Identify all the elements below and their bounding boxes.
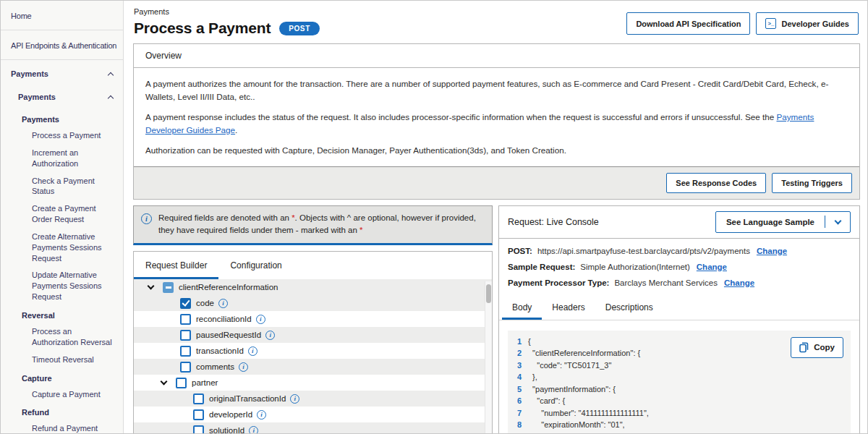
- terminal-icon: >_: [765, 18, 776, 29]
- sidebar-item-home[interactable]: Home: [1, 1, 123, 30]
- tree-field-label: pausedRequestId: [196, 331, 261, 339]
- overview-body: A payment authorizes the amount for the …: [134, 68, 859, 166]
- tree-row-comments[interactable]: commentsi: [134, 359, 492, 375]
- sidebar-item-process-an-authorization-reversal[interactable]: Process an Authorization Reversal: [1, 321, 123, 349]
- checkbox-solutionid[interactable]: [193, 425, 204, 433]
- tab-body[interactable]: Body: [502, 295, 542, 320]
- line-number: 1: [508, 336, 528, 348]
- testing-triggers-button[interactable]: Testing Triggers: [772, 173, 852, 193]
- code-text: "number": "4111111111111111",: [528, 407, 649, 420]
- line-number: 2: [508, 347, 528, 359]
- copy-icon: [799, 342, 809, 353]
- tree-field-label: partner: [192, 378, 218, 387]
- tree-row-reconciliationid[interactable]: reconciliationIdi: [134, 311, 492, 327]
- language-dropdown-toggle[interactable]: [825, 215, 850, 229]
- line-number: 8: [508, 419, 528, 431]
- info-icon[interactable]: i: [248, 346, 258, 356]
- code-line: 7 "number": "4111111111111111",: [508, 407, 851, 420]
- sidebar-item-create-alternative-payments-sessions-request[interactable]: Create Alternative Payments Sessions Req…: [1, 226, 123, 265]
- sidebar-item-api-endpoints-authentication[interactable]: API Endpoints & Authentication: [1, 30, 123, 59]
- info-icon[interactable]: i: [239, 362, 248, 372]
- meta-label: Sample Request:: [508, 263, 575, 271]
- checkbox-transactionid[interactable]: [180, 346, 191, 357]
- tree-row-partner[interactable]: partner: [134, 375, 492, 391]
- info-icon[interactable]: i: [290, 394, 299, 404]
- info-icon[interactable]: i: [218, 299, 228, 308]
- code-text: "card": {: [528, 395, 565, 407]
- overview-footer: See Response Codes Testing Triggers: [134, 166, 859, 199]
- sidebar-item-create-a-payment-order-request[interactable]: Create a Payment Order Request: [1, 198, 123, 226]
- checkbox-partner[interactable]: [176, 378, 187, 388]
- scrollbar-thumb[interactable]: [486, 284, 491, 303]
- sidebar-item-refund-a-payment[interactable]: Refund a Payment: [1, 418, 123, 433]
- change-link[interactable]: Change: [757, 247, 787, 255]
- sidebar-item-check-a-payment-status[interactable]: Check a Payment Status: [1, 171, 123, 199]
- info-icon[interactable]: i: [249, 426, 258, 433]
- tab-descriptions[interactable]: Descriptions: [595, 295, 663, 320]
- sidebar-item-payments[interactable]: Payments: [1, 86, 123, 108]
- developer-guides-label: Developer Guides: [781, 20, 849, 28]
- tree-row-pausedrequestid[interactable]: pausedRequestIdi: [134, 327, 492, 343]
- line-number: 3: [508, 359, 528, 372]
- tree-row-originaltransactionid[interactable]: originalTransactionIdi: [134, 391, 492, 407]
- tree-row-transactionid[interactable]: transactionIdi: [134, 343, 492, 359]
- sidebar-item-capture-a-payment[interactable]: Capture a Payment: [1, 384, 123, 401]
- payments-developer-guides-link[interactable]: Payments Developer Guides Page: [145, 112, 814, 135]
- overview-paragraph: A payment authorizes the amount for the …: [145, 77, 848, 103]
- sidebar-item-payments[interactable]: Payments: [1, 60, 123, 86]
- see-response-codes-label: See Response Codes: [676, 179, 757, 187]
- meta-row-payment-processor-type: Payment Processor Type:Barclays Merchant…: [508, 278, 851, 287]
- overview-paragraph: Authorization can be requested with Capt…: [145, 144, 848, 157]
- checkbox-pausedrequestid[interactable]: [180, 330, 191, 341]
- sidebar-item-update-alternative-payments-sessions-request[interactable]: Update Alternative Payments Sessions Req…: [1, 265, 123, 304]
- tab-request-builder[interactable]: Request Builder: [134, 252, 218, 279]
- request-body-code: Copy 1{2 "clientReferenceInformation": {…: [508, 331, 851, 433]
- tab-headers[interactable]: Headers: [542, 295, 595, 320]
- info-icon[interactable]: i: [265, 331, 275, 340]
- sidebar-item-process-a-payment[interactable]: Process a Payment: [1, 125, 123, 142]
- tree-row-developerid[interactable]: developerIdi: [134, 407, 492, 422]
- chevron-down-icon[interactable]: [161, 378, 168, 385]
- info-icon[interactable]: i: [257, 410, 266, 420]
- overview-heading: Overview: [134, 44, 859, 68]
- code-text: "code": "TC50171_3": [528, 359, 611, 372]
- tree-field-label: code: [196, 299, 214, 307]
- tree-row-solutionid[interactable]: solutionIdi: [134, 422, 492, 433]
- checkbox-comments[interactable]: [180, 362, 191, 373]
- tree-field-label: originalTransactionId: [209, 394, 286, 403]
- checkbox-clientreferenceinformation[interactable]: [163, 282, 174, 293]
- scrollbar-track[interactable]: [485, 281, 492, 433]
- download-api-spec-button[interactable]: Download API Specification: [626, 12, 750, 35]
- see-language-sample-button[interactable]: See Language Sample: [715, 211, 851, 233]
- line-number: 6: [508, 395, 528, 407]
- checkbox-reconciliationid[interactable]: [180, 314, 191, 325]
- tab-configuration[interactable]: Configuration: [218, 252, 293, 279]
- testing-triggers-label: Testing Triggers: [781, 179, 843, 187]
- notice-text-segment: Required fields are denoted with an: [158, 213, 292, 222]
- tree-row-code[interactable]: codei: [134, 295, 492, 311]
- request-builder-panel: Request BuilderConfiguration clientRefer…: [133, 251, 493, 433]
- tree-row-clientreferenceinformation[interactable]: clientReferenceInformation: [134, 279, 492, 295]
- sidebar-item-increment-an-authorization[interactable]: Increment an Authorization: [1, 142, 123, 171]
- chevron-up-icon: [108, 72, 114, 77]
- checkbox-originaltransactionid[interactable]: [193, 393, 204, 404]
- chevron-up-icon: [108, 95, 114, 101]
- change-link[interactable]: Change: [697, 263, 727, 271]
- change-link[interactable]: Change: [724, 278, 754, 287]
- meta-value: https://api.smartpayfuse-test.barclaycar…: [537, 247, 750, 255]
- overview-paragraph: A payment response includes the status o…: [145, 111, 848, 136]
- download-api-spec-label: Download API Specification: [636, 20, 741, 28]
- code-text: {: [528, 336, 531, 348]
- copy-button[interactable]: Copy: [791, 337, 843, 358]
- see-response-codes-button[interactable]: See Response Codes: [666, 173, 766, 193]
- sidebar-item-label: Payments: [18, 93, 56, 101]
- sidebar-item-label: Home: [11, 12, 32, 20]
- checkbox-code[interactable]: [180, 298, 191, 309]
- info-icon: i: [141, 213, 152, 224]
- checkbox-developerid[interactable]: [193, 409, 204, 420]
- chevron-down-icon[interactable]: [148, 282, 155, 289]
- sidebar-group-refund: Refund: [1, 401, 123, 418]
- developer-guides-button[interactable]: >_ Developer Guides: [756, 12, 859, 35]
- sidebar-item-timeout-reversal[interactable]: Timeout Reversal: [1, 349, 123, 367]
- info-icon[interactable]: i: [256, 315, 265, 324]
